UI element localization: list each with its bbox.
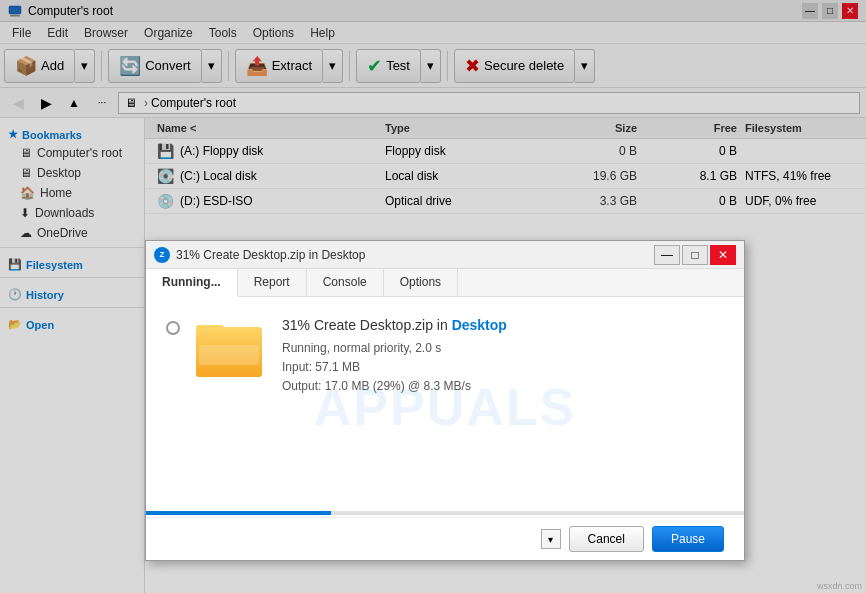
dialog-radio (166, 321, 180, 335)
dialog-title-bar: Z 31% Create Desktop.zip in Desktop — □ … (146, 241, 744, 269)
progress-dialog: Z 31% Create Desktop.zip in Desktop — □ … (145, 240, 745, 561)
dialog-operation-title: 31% Create Desktop.zip in Desktop (282, 317, 724, 333)
progress-dropdown[interactable]: ▾ (541, 529, 561, 549)
dialog-tab-console[interactable]: Console (307, 269, 384, 296)
dialog-operation-dest: Desktop (452, 317, 507, 333)
dialog-tabs: Running... Report Console Options (146, 269, 744, 297)
dialog-minimize-button[interactable]: — (654, 245, 680, 265)
pause-button[interactable]: Pause (652, 526, 724, 552)
dialog-detail-line2: Input: 57.1 MB (282, 358, 724, 377)
dialog-close-button[interactable]: ✕ (710, 245, 736, 265)
dialog-detail-line3: Output: 17.0 MB (29%) @ 8.3 MB/s (282, 377, 724, 396)
dialog-info: 31% Create Desktop.zip in Desktop Runnin… (282, 317, 724, 397)
folder-icon-large (196, 317, 266, 377)
dialog-title-text: 31% Create Desktop.zip in Desktop (176, 248, 654, 262)
dialog-button-area: ▾ Cancel Pause (146, 517, 744, 560)
dialog-tab-report[interactable]: Report (238, 269, 307, 296)
progress-bar-container (146, 511, 744, 515)
dialog-tab-running[interactable]: Running... (146, 269, 238, 297)
dialog-maximize-button[interactable]: □ (682, 245, 708, 265)
dialog-content: APPUALS 31% Create Desktop.zip in Deskto… (146, 297, 744, 517)
dialog-operation-prefix: 31% Create Desktop.zip in (282, 317, 452, 333)
cancel-button[interactable]: Cancel (569, 526, 644, 552)
dialog-tab-options[interactable]: Options (384, 269, 458, 296)
dialog-window-controls: — □ ✕ (654, 245, 736, 265)
dialog-detail-line1: Running, normal priority, 2.0 s (282, 339, 724, 358)
progress-bar-fill (146, 511, 331, 515)
dialog-zip-icon: Z (154, 247, 170, 263)
